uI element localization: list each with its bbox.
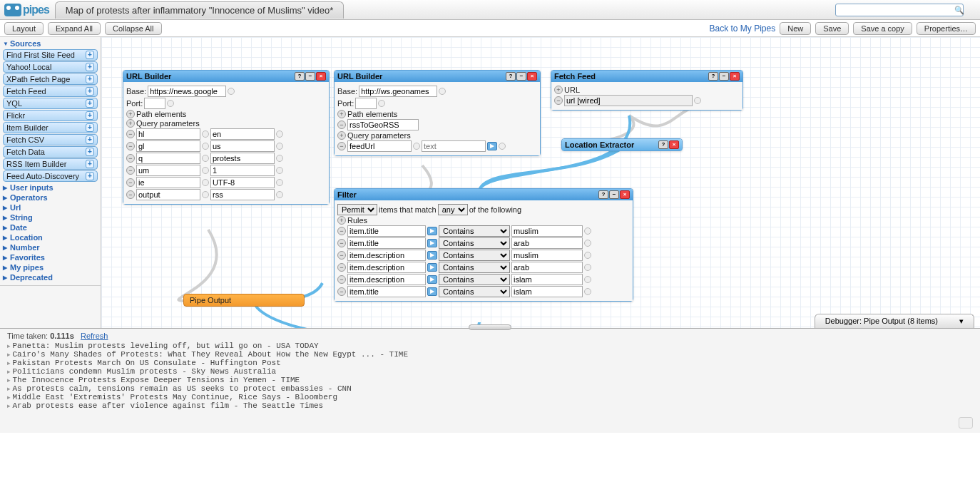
help-icon[interactable]: ? bbox=[598, 190, 608, 199]
save-button[interactable]: Save bbox=[815, 22, 849, 35]
module-titlebar[interactable]: Fetch Feed ?−× bbox=[551, 71, 742, 82]
close-icon[interactable]: × bbox=[620, 190, 630, 199]
rule-field-input[interactable] bbox=[347, 225, 426, 237]
sidebar-source-item[interactable]: Find First Site Feed+ bbox=[3, 49, 98, 61]
add-icon[interactable]: + bbox=[86, 123, 94, 132]
connector-icon[interactable] bbox=[378, 100, 385, 107]
arrow-icon[interactable]: ▶ bbox=[427, 287, 437, 296]
rule-op-select[interactable]: Contains bbox=[439, 274, 510, 285]
minus-icon[interactable]: − bbox=[337, 142, 346, 150]
add-icon[interactable]: + bbox=[86, 75, 94, 83]
port-input[interactable] bbox=[355, 98, 377, 109]
debug-item[interactable]: The Innocence Protests Expose Deeper Ten… bbox=[7, 376, 973, 384]
help-icon[interactable]: ? bbox=[506, 72, 516, 81]
module-fetch-feed[interactable]: Fetch Feed ?−× +URL − bbox=[551, 70, 743, 111]
help-icon[interactable]: ? bbox=[708, 72, 718, 81]
minus-icon[interactable]: − bbox=[337, 263, 346, 272]
minimize-icon[interactable]: − bbox=[516, 72, 526, 81]
add-icon[interactable]: + bbox=[86, 172, 94, 180]
connector-icon[interactable] bbox=[439, 88, 446, 95]
add-icon[interactable]: + bbox=[86, 160, 94, 168]
connector-icon[interactable] bbox=[413, 143, 420, 150]
connector-icon[interactable] bbox=[584, 252, 591, 259]
param-key-input[interactable] bbox=[136, 177, 200, 188]
connector-icon[interactable] bbox=[202, 167, 209, 174]
close-icon[interactable]: × bbox=[527, 72, 537, 81]
add-icon[interactable]: + bbox=[86, 111, 94, 120]
rule-op-select[interactable]: Contains bbox=[439, 237, 510, 249]
minus-icon[interactable]: − bbox=[126, 154, 135, 163]
module-url-builder-2[interactable]: URL Builder ?−× Base: Port: +Path elemen… bbox=[334, 70, 541, 156]
minus-icon[interactable]: − bbox=[126, 166, 135, 175]
close-icon[interactable]: × bbox=[730, 72, 740, 81]
connector-icon[interactable] bbox=[694, 97, 701, 104]
arrow-icon[interactable]: ▶ bbox=[427, 227, 437, 235]
permit-select[interactable]: Permit bbox=[337, 204, 377, 215]
sidebar-cat-sources[interactable]: ▼ Sources bbox=[0, 39, 101, 48]
add-icon[interactable]: + bbox=[86, 148, 94, 156]
rule-field-input[interactable] bbox=[347, 262, 426, 273]
plus-icon[interactable]: + bbox=[337, 131, 346, 140]
add-icon[interactable]: + bbox=[86, 51, 94, 59]
plus-icon[interactable]: + bbox=[126, 110, 135, 118]
close-icon[interactable]: × bbox=[316, 72, 326, 81]
minus-icon[interactable]: − bbox=[126, 142, 135, 150]
sidebar-category[interactable]: ▶Operators bbox=[0, 193, 101, 203]
url-input[interactable] bbox=[564, 95, 693, 106]
connector-icon[interactable] bbox=[276, 179, 283, 186]
plus-icon[interactable]: + bbox=[554, 86, 563, 94]
minimize-icon[interactable]: − bbox=[305, 72, 315, 81]
debug-item[interactable]: Panetta: Muslim protests leveling off, b… bbox=[7, 342, 973, 350]
sidebar-source-item[interactable]: Fetch Data+ bbox=[3, 146, 98, 158]
connector-icon[interactable] bbox=[202, 191, 209, 198]
minus-icon[interactable]: − bbox=[337, 121, 346, 129]
sidebar-source-item[interactable]: Flickr+ bbox=[3, 110, 98, 121]
base-input[interactable] bbox=[359, 86, 437, 97]
sidebar-category[interactable]: ▶Date bbox=[0, 222, 101, 232]
connector-icon[interactable] bbox=[276, 191, 283, 198]
minus-icon[interactable]: − bbox=[337, 239, 346, 247]
minus-icon[interactable]: − bbox=[337, 227, 346, 235]
rule-value-input[interactable] bbox=[511, 274, 583, 285]
help-icon[interactable]: ? bbox=[295, 72, 305, 81]
search-icon[interactable]: 🔍 bbox=[954, 6, 964, 14]
sidebar-category[interactable]: ▶My pipes bbox=[0, 262, 101, 272]
param-key-input[interactable] bbox=[136, 189, 200, 200]
rule-field-input[interactable] bbox=[347, 286, 426, 297]
path-input[interactable] bbox=[347, 119, 419, 130]
minus-icon[interactable]: − bbox=[126, 190, 135, 199]
rule-value-input[interactable] bbox=[511, 225, 583, 237]
close-icon[interactable]: × bbox=[669, 140, 679, 149]
expand-all-button[interactable]: Expand All bbox=[48, 22, 101, 35]
sidebar-source-item[interactable]: Fetch CSV+ bbox=[3, 134, 98, 145]
save-copy-button[interactable]: Save a copy bbox=[853, 22, 912, 35]
minus-icon[interactable]: − bbox=[126, 130, 135, 138]
refresh-link[interactable]: Refresh bbox=[81, 332, 108, 340]
connector-icon[interactable] bbox=[584, 276, 591, 283]
minus-icon[interactable]: − bbox=[554, 96, 563, 105]
sidebar-category[interactable]: ▶Number bbox=[0, 242, 101, 252]
new-button[interactable]: New bbox=[780, 22, 811, 35]
connector-icon[interactable] bbox=[228, 88, 235, 95]
minus-icon[interactable]: − bbox=[337, 251, 346, 260]
param-value-input[interactable] bbox=[210, 189, 275, 200]
connector-icon[interactable] bbox=[202, 179, 209, 186]
plus-icon[interactable]: + bbox=[126, 119, 135, 128]
module-titlebar[interactable]: Filter ?−× bbox=[335, 189, 633, 200]
connector-icon[interactable] bbox=[276, 143, 283, 150]
rule-op-select[interactable]: Contains bbox=[439, 262, 510, 273]
connector-icon[interactable] bbox=[167, 100, 174, 107]
param-key-input[interactable] bbox=[136, 140, 200, 152]
rule-value-input[interactable] bbox=[511, 286, 583, 297]
collapse-all-button[interactable]: Collapse All bbox=[105, 22, 161, 35]
param-value-input[interactable] bbox=[210, 153, 275, 164]
connector-icon[interactable] bbox=[202, 130, 209, 138]
connector-icon[interactable] bbox=[499, 143, 506, 150]
properties-button[interactable]: Properties… bbox=[917, 22, 976, 35]
sidebar-category[interactable]: ▶Deprecated bbox=[0, 272, 101, 282]
arrow-icon[interactable]: ▶ bbox=[427, 251, 437, 260]
minimize-icon[interactable]: − bbox=[609, 190, 619, 199]
param-value-input[interactable] bbox=[210, 140, 275, 152]
arrow-icon[interactable]: ▶ bbox=[427, 275, 437, 284]
module-titlebar[interactable]: Location Extractor ?× bbox=[562, 139, 682, 150]
